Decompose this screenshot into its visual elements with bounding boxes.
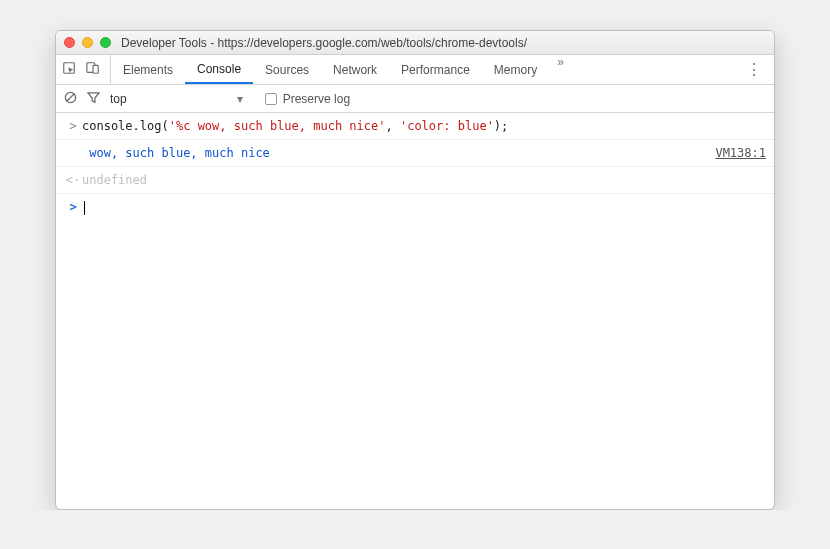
- tab-console[interactable]: Console: [185, 55, 253, 84]
- tab-elements[interactable]: Elements: [111, 55, 185, 84]
- console-return-value: undefined: [82, 171, 766, 189]
- svg-rect-2: [93, 65, 98, 73]
- devtools-window: Developer Tools - https://developers.goo…: [55, 30, 775, 510]
- traffic-lights: [64, 37, 111, 48]
- minimize-window-button[interactable]: [82, 37, 93, 48]
- text-cursor: [84, 201, 85, 215]
- chevron-down-icon: ▾: [237, 92, 243, 106]
- tab-performance[interactable]: Performance: [389, 55, 482, 84]
- filter-icon[interactable]: [87, 91, 100, 107]
- console-input-code: console.log('%c wow, such blue, much nic…: [82, 117, 766, 135]
- preserve-log-label: Preserve log: [283, 92, 350, 106]
- close-window-button[interactable]: [64, 37, 75, 48]
- console-output-row: wow, such blue, much nice VM138:1: [56, 140, 774, 167]
- device-toggle-icon[interactable]: [86, 61, 100, 78]
- clear-console-icon[interactable]: [64, 91, 77, 107]
- tabs-overflow-button[interactable]: »: [549, 55, 572, 84]
- console-prompt-input[interactable]: [82, 198, 766, 216]
- tabbar: Elements Console Sources Network Perform…: [56, 55, 774, 85]
- titlebar: Developer Tools - https://developers.goo…: [56, 31, 774, 55]
- inspect-icon[interactable]: [62, 61, 76, 78]
- console-toolbar: top ▾ Preserve log: [56, 85, 774, 113]
- console-input-row: > console.log('%c wow, such blue, much n…: [56, 113, 774, 140]
- zoom-window-button[interactable]: [100, 37, 111, 48]
- input-indicator-icon: >: [64, 117, 82, 135]
- console-output-text: wow, such blue, much nice: [82, 144, 707, 162]
- tab-network[interactable]: Network: [321, 55, 389, 84]
- tab-memory[interactable]: Memory: [482, 55, 549, 84]
- console-prompt-row[interactable]: >: [56, 194, 774, 220]
- console-body[interactable]: > console.log('%c wow, such blue, much n…: [56, 113, 774, 509]
- svg-line-4: [67, 93, 74, 100]
- prompt-indicator-icon: >: [64, 198, 82, 216]
- panel-tabs: Elements Console Sources Network Perform…: [111, 55, 572, 84]
- preserve-log-checkbox[interactable]: Preserve log: [265, 92, 350, 106]
- checkbox-box: [265, 93, 277, 105]
- tab-sources[interactable]: Sources: [253, 55, 321, 84]
- settings-menu-button[interactable]: ⋮: [746, 60, 762, 79]
- message-source-link[interactable]: VM138:1: [707, 144, 766, 162]
- return-indicator-icon: <·: [64, 171, 82, 189]
- window-title: Developer Tools - https://developers.goo…: [121, 36, 527, 50]
- context-selector[interactable]: top ▾: [110, 92, 243, 106]
- context-label: top: [110, 92, 127, 106]
- console-return-row: <· undefined: [56, 167, 774, 194]
